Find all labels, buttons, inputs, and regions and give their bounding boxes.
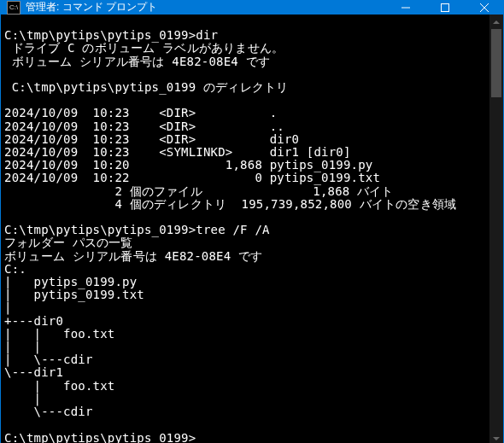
maximize-icon — [441, 3, 449, 12]
svg-marker-4 — [493, 20, 500, 24]
window-controls — [386, 0, 504, 15]
window-title: 管理者: コマンド プロンプト — [26, 0, 386, 15]
client-area: C:\tmp\pytips\pytips_0199>dir ドライブ C のボリ… — [1, 15, 503, 443]
scroll-down-button[interactable] — [489, 432, 503, 443]
minimize-icon — [401, 3, 410, 12]
scrollbar[interactable] — [489, 15, 503, 443]
minimize-button[interactable] — [386, 0, 425, 15]
cmd-icon: C:\ — [7, 1, 21, 15]
scroll-thumb[interactable] — [491, 29, 501, 97]
svg-marker-5 — [493, 437, 500, 440]
maximize-button[interactable] — [425, 0, 465, 15]
scroll-up-button[interactable] — [489, 15, 503, 29]
terminal-output[interactable]: C:\tmp\pytips\pytips_0199>dir ドライブ C のボリ… — [1, 15, 489, 443]
chevron-down-icon — [493, 437, 500, 440]
titlebar[interactable]: C:\ 管理者: コマンド プロンプト — [0, 0, 504, 15]
close-icon — [480, 3, 489, 12]
chevron-up-icon — [493, 20, 500, 24]
close-button[interactable] — [465, 0, 504, 15]
svg-rect-1 — [442, 3, 449, 11]
